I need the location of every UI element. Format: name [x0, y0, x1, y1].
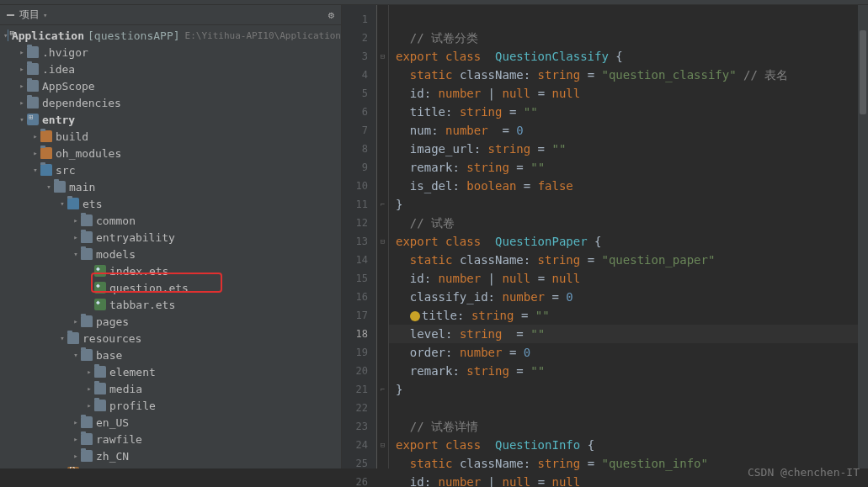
tree-item[interactable]: ▸entryability [0, 229, 341, 246]
dropdown-icon[interactable]: ▾ [43, 11, 47, 19]
tree-item[interactable]: ▾base [0, 347, 341, 363]
fold-marker[interactable]: ⊟ [377, 47, 388, 66]
fold-marker[interactable]: ⊟ [377, 436, 388, 454]
code-line[interactable]: id: number | null = null [389, 84, 868, 103]
fold-marker[interactable] [377, 343, 388, 362]
chevron-icon[interactable]: ▾ [71, 250, 81, 258]
chevron-icon[interactable]: ▸ [17, 82, 27, 90]
code-line[interactable]: } [389, 195, 868, 214]
fold-marker[interactable] [377, 10, 388, 29]
chevron-icon[interactable]: ▸ [84, 401, 94, 410]
fold-marker[interactable] [377, 84, 388, 103]
fold-marker[interactable] [377, 66, 388, 84]
code-line[interactable]: export class QuestionInfo { [389, 436, 868, 454]
fold-marker[interactable] [377, 177, 388, 195]
code-line[interactable]: static className: string = "question_cla… [389, 66, 868, 84]
tree-item[interactable]: ▸build [0, 128, 341, 145]
code-line[interactable]: classify_id: number = 0 [389, 288, 868, 306]
fold-marker[interactable]: ⌐ [377, 195, 388, 214]
chevron-icon[interactable]: ▸ [17, 48, 27, 56]
tree-item[interactable]: ▸AppScope [0, 77, 341, 94]
fold-marker[interactable] [377, 399, 388, 417]
chevron-icon[interactable]: ▸ [71, 452, 81, 460]
tree-item[interactable]: ▸zh_CN [0, 447, 341, 464]
tree-item[interactable]: ▾models [0, 246, 341, 262]
project-header[interactable]: 项目 ▾ ⚙ [0, 5, 341, 25]
fold-marker[interactable] [377, 214, 388, 232]
chevron-icon[interactable]: ▸ [71, 216, 81, 225]
code-line[interactable] [389, 10, 868, 29]
fold-marker[interactable] [377, 417, 388, 436]
fold-marker[interactable]: ⌐ [377, 380, 388, 399]
tree-item[interactable]: ▸en_US [0, 414, 341, 431]
code-line[interactable]: export class QuestionClassify { [389, 47, 868, 66]
fold-marker[interactable] [377, 251, 388, 269]
code-line[interactable]: title: string = "" [389, 306, 868, 325]
tree-item[interactable]: ▸profile [0, 397, 341, 414]
chevron-icon[interactable]: ▾ [57, 334, 67, 342]
tree-item[interactable]: question.ets [0, 279, 341, 296]
tree-item[interactable]: ▸media [0, 380, 341, 397]
scroll-thumb[interactable] [860, 30, 866, 114]
code-line[interactable]: // 试卷分类 [389, 29, 868, 47]
code-line[interactable]: // 试卷 [389, 214, 868, 232]
tree-item[interactable]: ▸element [0, 363, 341, 380]
chevron-icon[interactable]: ▸ [84, 384, 94, 393]
tree-item[interactable]: ▸.hvigor [0, 44, 341, 61]
code-line[interactable]: remark: string = "" [389, 158, 868, 177]
fold-marker[interactable] [377, 288, 388, 306]
fold-marker[interactable] [377, 362, 388, 380]
code-line[interactable]: title: string = "" [389, 103, 868, 121]
tree-item[interactable]: ▸pages [0, 313, 341, 330]
chevron-icon[interactable]: ▾ [17, 115, 27, 124]
code-line[interactable]: id: number | null = null [389, 269, 868, 288]
tree-root[interactable]: ▾ Application [questionsAPP] E:\Yitihua-… [0, 27, 341, 44]
chevron-icon[interactable]: ▸ [84, 368, 94, 376]
fold-marker[interactable] [377, 269, 388, 288]
chevron-icon[interactable]: ▸ [71, 435, 81, 443]
tree-item[interactable]: tabbar.ets [0, 296, 341, 313]
chevron-icon[interactable]: ▸ [30, 132, 40, 140]
tree-item[interactable]: ▾main [0, 178, 341, 195]
tree-item[interactable]: index.ets [0, 262, 341, 279]
tree-item[interactable]: ▸rawfile [0, 431, 341, 447]
fold-marker[interactable] [377, 103, 388, 121]
fold-marker[interactable] [377, 306, 388, 325]
minimize-icon[interactable] [7, 14, 14, 16]
code-line[interactable]: num: number = 0 [389, 121, 868, 140]
fold-marker[interactable] [377, 454, 388, 473]
chevron-icon[interactable]: ▾ [71, 351, 81, 359]
chevron-icon[interactable]: ▸ [17, 65, 27, 73]
tree-item[interactable]: ▸common [0, 212, 341, 229]
code-line[interactable]: is_del: boolean = false [389, 177, 868, 195]
tree-item[interactable]: ▸.idea [0, 61, 341, 77]
code-line[interactable]: } [389, 380, 868, 399]
chevron-icon[interactable]: ▸ [71, 233, 81, 241]
chevron-icon[interactable]: ▸ [71, 317, 81, 326]
code-line[interactable]: image_url: string = "" [389, 140, 868, 158]
fold-marker[interactable] [377, 140, 388, 158]
chevron-icon[interactable]: ▸ [30, 149, 40, 157]
fold-marker[interactable] [377, 29, 388, 47]
code-line[interactable]: static className: string = "question_pap… [389, 251, 868, 269]
fold-marker[interactable] [377, 473, 388, 487]
bulb-icon[interactable] [410, 311, 420, 321]
tree-item[interactable]: ▾src [0, 161, 341, 178]
scrollbar[interactable] [858, 5, 868, 468]
chevron-icon[interactable]: ▾ [44, 183, 54, 191]
fold-marker[interactable] [377, 121, 388, 140]
tree-item[interactable]: ▸oh_modules [0, 145, 341, 161]
code-line[interactable] [389, 399, 868, 417]
tree-item[interactable]: module.json5 [0, 464, 341, 468]
chevron-icon[interactable]: ▸ [17, 98, 27, 107]
chevron-icon[interactable]: ▾ [30, 166, 40, 174]
tree-item[interactable]: ▸dependencies [0, 94, 341, 111]
code-editor[interactable]: // 试卷分类export class QuestionClassify { s… [389, 5, 868, 468]
fold-marker[interactable]: ⊟ [377, 232, 388, 251]
tree-item[interactable]: ▾ets [0, 195, 341, 212]
tree-item[interactable]: ▾entry [0, 111, 341, 128]
tree-item[interactable]: ▾resources [0, 330, 341, 347]
chevron-icon[interactable]: ▾ [57, 199, 67, 208]
fold-marker[interactable] [377, 158, 388, 177]
chevron-icon[interactable]: ▸ [71, 418, 81, 426]
